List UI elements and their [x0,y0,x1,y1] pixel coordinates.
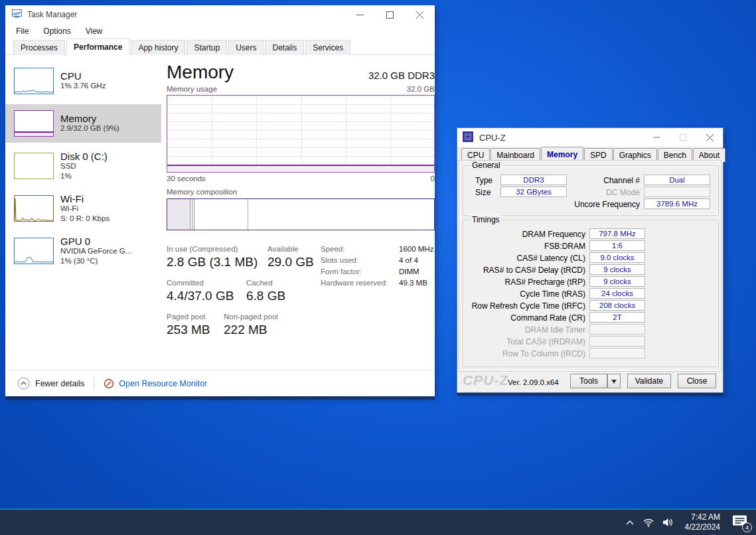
sidebar-cpu-title: CPU [60,71,106,81]
ras-to-cas-field[interactable]: 9 clocks [589,264,645,275]
form-factor-value: DIMM [399,268,419,275]
cpuz-tab-memory[interactable]: Memory [541,147,583,162]
disk-graph-thumbnail [14,153,54,179]
fsb-dram-field[interactable]: 1:6 [589,240,645,251]
cpuz-close-dialog-button[interactable]: Close [678,374,716,388]
cpuz-close-button[interactable] [696,128,723,147]
hardware-reserved-label: Hardware reserved: [321,279,399,287]
tray-expand-chevron-icon[interactable] [625,519,635,526]
cpuz-memory-page: General Type DDR3 Channel # Dual Size 32… [459,161,721,371]
committed-value: 4.4/37.0 GB [167,289,246,303]
volume-icon[interactable] [662,517,674,528]
command-rate-field[interactable]: 2T [589,312,645,323]
total-cas-field[interactable] [589,336,645,346]
close-button[interactable] [405,5,435,24]
maximize-button[interactable] [375,5,405,24]
cpuz-footer: CPU-Z Ver. 2.09.0.x64 Tools Validate Clo… [457,371,723,392]
cpuz-tab-about[interactable]: About [693,148,725,162]
tab-processes[interactable]: Processes [13,40,65,55]
sidebar-item-memory[interactable]: Memory 2.9/32.0 GB (9%) [5,104,161,143]
menu-options[interactable]: Options [43,27,70,36]
memory-hardware-info: Speed: 1600 MHz Slots used: 4 of 4 Form … [321,245,433,290]
tab-startup[interactable]: Startup [187,40,227,55]
task-manager-tabs: Processes Performance App history Startu… [5,38,435,55]
dc-mode-field[interactable] [644,187,710,197]
cpuz-tab-bench[interactable]: Bench [658,148,692,162]
sidebar-item-cpu[interactable]: CPU 1% 3.76 GHz [5,62,161,100]
tab-users[interactable]: Users [228,40,264,55]
sidebar-disk-stats: 1% [60,171,108,181]
type-field[interactable]: DDR3 [500,175,567,185]
dram-frequency-field[interactable]: 797.8 MHz [589,228,645,239]
cpuz-tab-mainboard[interactable]: Mainboard [491,148,540,162]
composition-standby-divider [248,199,248,230]
cpuz-title: CPU-Z [479,133,643,143]
validate-button[interactable]: Validate [627,374,671,388]
cas-latency-field[interactable]: 9.0 clocks [589,252,645,263]
size-field[interactable]: 32 GBytes [500,187,567,197]
row-to-column-field[interactable] [589,348,645,358]
task-manager-title: Task Manager [27,10,345,19]
row-to-column-label: Row To Column (tRCD) [466,349,585,358]
composition-in-use-segment [167,199,190,230]
action-center-button[interactable]: 4 [732,514,749,530]
performance-sidebar: CPU 1% 3.76 GHz Memory 2.9/32.0 GB (9%) … [5,55,161,367]
minimize-button[interactable] [345,5,375,24]
taskbar-clock[interactable]: 7:42 AM 4/22/2024 [685,512,720,532]
menu-view[interactable]: View [86,27,103,36]
speed-value: 1600 MHz [399,245,433,253]
cached-label: Cached [246,279,285,287]
dram-idle-timer-field[interactable] [589,324,645,335]
row-refresh-field[interactable]: 208 clocks [589,300,645,311]
page-title: Memory [167,62,234,83]
command-rate-label: Command Rate (CR) [466,313,585,323]
cpuz-maximize-button[interactable] [670,128,696,147]
cpuz-tabs: CPU Mainboard Memory SPD Graphics Bench … [457,147,723,162]
open-resource-monitor-label: Open Resource Monitor [119,379,207,388]
channel-label: Channel # [560,176,640,185]
channel-field[interactable]: Dual [644,175,710,185]
tools-button[interactable]: Tools [570,374,607,388]
cpuz-titlebar[interactable]: CPU-Z [457,128,723,147]
cached-value: 6.8 GB [246,289,285,303]
cycle-time-field[interactable]: 24 clocks [589,288,645,299]
taskbar[interactable]: 7:42 AM 4/22/2024 4 [0,508,756,535]
uncore-frequency-field[interactable]: 3789.6 MHz [644,198,710,209]
committed-label: Committed [167,279,246,287]
ras-precharge-field[interactable]: 9 clocks [589,276,645,287]
cpuz-tab-cpu[interactable]: CPU [461,148,490,162]
sidebar-item-disk[interactable]: Disk 0 (C:) SSD 1% [5,147,161,185]
footer-divider [94,378,94,390]
tab-app-history[interactable]: App history [131,40,185,55]
general-groupbox: General Type DDR3 Channel # Dual Size 32… [463,165,719,216]
sidebar-cpu-stats: 1% 3.76 GHz [60,81,106,91]
in-use-label: In use (Compressed) [167,245,267,253]
slots-used-value: 4 of 4 [399,256,418,264]
tab-services[interactable]: Services [305,40,350,55]
dram-idle-timer-label: DRAM Idle Timer [466,325,585,335]
clock-time: 7:42 AM [685,512,720,522]
composition-modified-segment [192,199,194,230]
fsb-dram-label: FSB:DRAM [466,242,585,251]
tab-details[interactable]: Details [265,40,304,55]
fewer-details-button[interactable]: Fewer details [17,377,84,390]
tools-dropdown-button[interactable] [607,374,621,388]
tab-performance[interactable]: Performance [66,38,129,55]
memory-composition-label: Memory composition [167,188,435,196]
sidebar-item-wifi[interactable]: Wi-Fi Wi-Fi S: 0 R: 0 Kbps [5,189,161,228]
menu-file[interactable]: File [16,27,29,36]
sidebar-item-gpu[interactable]: GPU 0 NVIDIA GeForce G... 1% (30 °C) [5,232,161,270]
wifi-icon[interactable] [643,517,654,528]
ras-to-cas-label: RAS# to CAS# Delay (tRCD) [466,266,585,275]
cpuz-tab-spd[interactable]: SPD [584,148,613,162]
sidebar-disk-title: Disk 0 (C:) [60,151,108,161]
task-manager-titlebar[interactable]: Task Manager [5,5,435,24]
cpu-graph-thumbnail [14,68,54,94]
task-manager-window: Task Manager File Options View Processes… [5,5,435,396]
cpuz-tab-graphics[interactable]: Graphics [613,148,657,162]
cpuz-minimize-button[interactable] [643,128,670,147]
cpuz-version: Ver. 2.09.0.x64 [508,378,559,386]
available-value: 29.0 GB [267,255,314,269]
cpuz-logo: CPU-Z [463,372,508,388]
open-resource-monitor-link[interactable]: Open Resource Monitor [104,378,207,389]
